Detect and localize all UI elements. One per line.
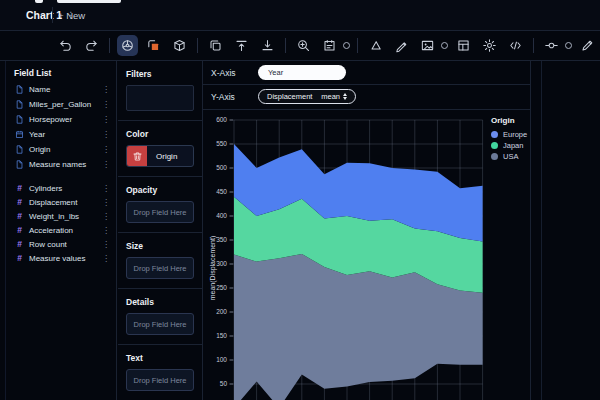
svg-text:250: 250 (216, 284, 227, 291)
svg-text:300: 300 (216, 260, 227, 267)
redo-icon[interactable] (81, 35, 102, 56)
x-axis-field-value: Year (268, 68, 283, 77)
hash-icon: # (14, 183, 25, 193)
undo-icon[interactable] (55, 35, 76, 56)
legend-label: Europe (503, 130, 527, 139)
shelf-title-color: Color (126, 129, 194, 139)
drop-area-details[interactable]: Drop Field Here (126, 313, 194, 335)
field-row[interactable]: #Cylinders⋮ (6, 181, 116, 195)
field-row[interactable]: Miles_per_Gallon⋮ (6, 97, 116, 112)
shelf-divider (118, 176, 202, 177)
field-row[interactable]: #Displacement⋮ (6, 195, 116, 209)
svg-text:50: 50 (220, 380, 228, 387)
code-icon[interactable] (505, 35, 526, 56)
y-axis-field-pill[interactable]: Displacement mean (258, 89, 356, 104)
field-chip-origin[interactable]: Origin (126, 145, 194, 167)
svg-text:500: 500 (216, 164, 227, 171)
zoom-in-icon[interactable] (293, 35, 314, 56)
filters-drop-area[interactable] (126, 85, 194, 111)
field-list-dimensions: Name⋮Miles_per_Gallon⋮Horsepower⋮Year⋮Or… (6, 82, 116, 172)
field-menu-icon[interactable]: ⋮ (102, 145, 110, 154)
x-axis-field-pill[interactable]: Year (258, 65, 346, 80)
field-label: Origin (29, 145, 50, 154)
copy-icon[interactable] (205, 35, 226, 56)
shelf-title-details: Details (126, 297, 194, 307)
legend-dot (491, 131, 498, 138)
shelf-title-size: Size (126, 241, 194, 251)
hash-icon: # (14, 225, 25, 235)
table-icon[interactable] (453, 35, 474, 56)
pen-icon[interactable] (391, 35, 412, 56)
legend-label: Japan (503, 141, 523, 150)
field-row[interactable]: #Measure values⋮ (6, 251, 116, 265)
field-menu-icon[interactable]: ⋮ (102, 184, 110, 193)
field-menu-icon[interactable]: ⋮ (102, 160, 110, 169)
cube-icon[interactable] (169, 35, 190, 56)
svg-text:100: 100 (216, 356, 227, 363)
pencil-icon[interactable] (577, 35, 598, 56)
document-icon (14, 157, 25, 172)
field-menu-icon[interactable]: ⋮ (102, 212, 110, 221)
gear-icon[interactable] (479, 35, 500, 56)
hash-icon: # (14, 197, 25, 207)
stacked-area-chart: 60055050045040035030025020015010050mean(… (203, 108, 531, 400)
legend-item-europe[interactable]: Europe (491, 129, 527, 140)
field-menu-icon[interactable]: ⋮ (102, 198, 110, 207)
legend-item-usa[interactable]: USA (491, 151, 527, 162)
drop-area-size[interactable]: Drop Field Here (126, 257, 194, 279)
field-menu-icon[interactable]: ⋮ (102, 130, 110, 139)
field-menu-icon[interactable]: ⋮ (102, 100, 110, 109)
lower-icon[interactable] (257, 35, 278, 56)
y-axis-aggregation[interactable]: mean (321, 92, 340, 101)
raise-icon[interactable] (231, 35, 252, 56)
field-row[interactable]: #Weight_in_lbs⋮ (6, 209, 116, 223)
node-badge (565, 42, 572, 49)
field-label: Acceleration (29, 226, 73, 235)
trash-icon[interactable] (127, 146, 147, 166)
field-row[interactable]: #Acceleration⋮ (6, 223, 116, 237)
shape-icon[interactable] (365, 35, 386, 56)
image-badge (441, 42, 448, 49)
chart-legend: Origin EuropeJapanUSA (491, 116, 527, 162)
snapshot-icon[interactable] (143, 35, 164, 56)
image-icon[interactable] (417, 35, 438, 56)
toolbar-separator (533, 38, 534, 53)
field-menu-icon[interactable]: ⋮ (102, 115, 110, 124)
panel-divider (541, 61, 542, 400)
legend-label: USA (503, 152, 518, 161)
field-label: Measure names (29, 160, 86, 169)
svg-text:600: 600 (216, 116, 227, 123)
shelf-sections: ColorOriginOpacityDrop Field HereSizeDro… (126, 120, 194, 391)
drop-area-opacity[interactable]: Drop Field Here (126, 201, 194, 223)
node-icon[interactable] (541, 35, 562, 56)
svg-text:550: 550 (216, 140, 227, 147)
field-row[interactable]: Name⋮ (6, 82, 116, 97)
hash-icon: # (14, 211, 25, 221)
field-menu-icon[interactable]: ⋮ (102, 240, 110, 249)
field-list-panel: Field List Name⋮Miles_per_Gallon⋮Horsepo… (5, 61, 117, 400)
field-row[interactable]: #Row count⋮ (6, 237, 116, 251)
new-chart-button[interactable]: + New (58, 0, 85, 30)
field-label: Displacement (29, 198, 77, 207)
field-row[interactable]: Origin⋮ (6, 142, 116, 157)
chip-label: Origin (147, 152, 177, 161)
x-axis-label: X-Axis (211, 68, 236, 78)
tab-divider (52, 7, 53, 23)
wheel-icon[interactable] (117, 35, 138, 56)
drop-area-text[interactable]: Drop Field Here (126, 369, 194, 391)
shelf-divider (118, 232, 202, 233)
document-icon (14, 112, 25, 127)
hash-icon: # (14, 253, 25, 263)
field-label: Cylinders (29, 184, 62, 193)
legend-items: EuropeJapanUSA (491, 129, 527, 162)
shelf-divider (118, 120, 202, 121)
y-axis-label: Y-Axis (211, 92, 235, 102)
field-menu-icon[interactable]: ⋮ (102, 254, 110, 263)
field-menu-icon[interactable]: ⋮ (102, 226, 110, 235)
field-row[interactable]: Year⋮ (6, 127, 116, 142)
legend-item-japan[interactable]: Japan (491, 140, 527, 151)
field-row[interactable]: Measure names⋮ (6, 157, 116, 172)
field-row[interactable]: Horsepower⋮ (6, 112, 116, 127)
field-menu-icon[interactable]: ⋮ (102, 85, 110, 94)
spec-icon[interactable] (319, 35, 340, 56)
